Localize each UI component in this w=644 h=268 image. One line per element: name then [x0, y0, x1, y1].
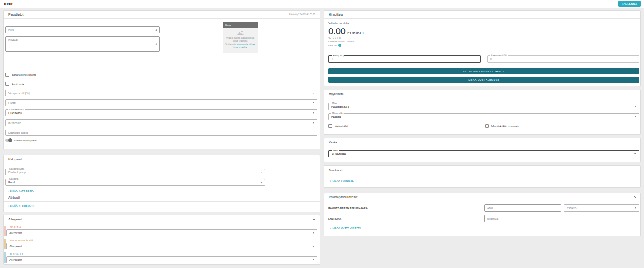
- send-to-kitchen-select[interactable]: Lähetä keittiöön Ei koskaan: [5, 109, 317, 116]
- description-field[interactable]: Ā: [5, 36, 160, 52]
- name-input[interactable]: [8, 28, 157, 31]
- name-field[interactable]: Ā: [5, 26, 160, 33]
- add-attribute-link[interactable]: + LISÄÄ ATTRIBUUTTI: [8, 204, 35, 207]
- dropdown-caret-icon: [635, 106, 636, 107]
- margin-percent-input[interactable]: [490, 58, 636, 61]
- dropdown-caret-icon: [634, 153, 636, 154]
- allergen-contains-select[interactable]: Allergeenit: [6, 229, 317, 236]
- nutrient-unit-select[interactable]: Yksikkö: [564, 204, 639, 212]
- checkbox-icon[interactable]: [5, 73, 9, 77]
- receipt-extra-text-field[interactable]: [5, 130, 317, 136]
- image-placeholder-icon: [237, 30, 244, 35]
- select-value: Ei koskaan: [8, 111, 314, 114]
- add-discount-button[interactable]: LISÄÄ UUSI ALENNUS: [328, 77, 639, 83]
- select-placeholder: Veroprosentti [%]: [8, 92, 314, 95]
- energy-field[interactable]: [484, 215, 639, 222]
- translate-icon[interactable]: Ā: [155, 28, 157, 31]
- dropdown-caret-icon: [313, 102, 314, 103]
- purchase-price-line: Ostohinta: 0.0000 EUR/KPL: [328, 40, 354, 43]
- toggle-switch[interactable]: [5, 139, 12, 142]
- margin-percent-field[interactable]: Kateprosentti [%]: [487, 55, 639, 63]
- toggle-knob: [8, 138, 12, 142]
- checkbox-label: Nettosisältö: [335, 125, 348, 127]
- help-icon[interactable]: ?: [338, 44, 341, 47]
- divider: [4, 201, 320, 202]
- section-title: Perustiedot: [8, 13, 23, 16]
- dropdown-caret-icon: [635, 116, 636, 117]
- image-dropzone[interactable]: Vedä ja pudota ladataksesi tai selaa tie…: [223, 28, 258, 53]
- field-label: Kategoria: [8, 178, 19, 180]
- field-label: Vaaka: [332, 150, 339, 152]
- allergen-not-contains-select[interactable]: Allergeenit: [6, 256, 317, 263]
- toggle-label: Maksuvälinerajoitus: [14, 139, 37, 142]
- allergen-group-label: EI SISÄLLÄ: [10, 253, 24, 255]
- price-input-field[interactable]: Hinta [EUR]: [328, 55, 481, 63]
- deposit-select[interactable]: Pantti: [5, 99, 317, 106]
- dropdown-caret-icon: [313, 259, 314, 260]
- allergeenit-header: Allergeenit: [4, 215, 320, 223]
- margin-text: Kate: - %: [328, 44, 337, 47]
- collapse-icon[interactable]: [633, 196, 636, 198]
- upload-drag-text: Vedä ja pudota ladataksesi tai selaa tie…: [225, 37, 256, 43]
- select-placeholder: Keittiöalue: [8, 122, 314, 125]
- select-value: Ei käytössä: [332, 152, 636, 155]
- price-display: 0.00 EUR/KPL: [328, 27, 365, 35]
- checkbox-row-unit-multiplier[interactable]: Myyntiyksikön monistaja: [485, 124, 519, 128]
- allergen-group-label: SISÄLTÄÄ: [10, 226, 22, 228]
- field-label: Kategoriatyyppi: [8, 168, 24, 170]
- add-tag-link[interactable]: + LISÄÄ TUNNISTE: [330, 180, 354, 182]
- upload-link[interactable]: anna osoite tai hae kuva koneelta: [234, 43, 255, 49]
- payment-restriction-toggle-row[interactable]: Maksuvälinerajoitus: [5, 139, 37, 142]
- card-hinnoittelu: Hinnoittelu Yritystason hinta 0.00 EUR/K…: [324, 10, 641, 86]
- margin-line: Kate: - % ?: [328, 44, 341, 47]
- card-vaaka: Vaaka Vaaka Ei käytössä: [324, 138, 641, 162]
- checkbox-row-open-product[interactable]: Avoin tuote: [5, 82, 24, 86]
- price-input[interactable]: [332, 58, 478, 61]
- add-category-link[interactable]: + LISÄÄ KATEGORIA: [8, 190, 34, 192]
- collapse-icon[interactable]: [312, 218, 316, 220]
- checkbox-label: Sarjanumeroseuranta: [12, 74, 36, 76]
- section-title: Ravintopitoisuustiedot: [329, 196, 358, 199]
- dropdown-caret-icon: [313, 112, 314, 114]
- allergen-group-label: SAATTAA SISÄLTÄÄ: [10, 239, 34, 242]
- card-allergeenit: Allergeenit SISÄLTÄÄ Allergeenit SAATTAA…: [3, 215, 320, 265]
- nutrient-value-field[interactable]: [484, 204, 561, 212]
- checkbox-icon[interactable]: [328, 124, 332, 128]
- allergen-may-contain-select[interactable]: Allergeenit: [6, 243, 317, 249]
- nutrient-value-input[interactable]: [487, 207, 558, 210]
- image-upload-header: Kuva: [223, 22, 258, 28]
- checkbox-icon[interactable]: [485, 124, 489, 128]
- dropdown-caret-icon: [313, 122, 314, 124]
- measure-unit-select[interactable]: Mittayksikkö Kappale: [328, 113, 639, 120]
- scale-select[interactable]: Vaaka Ei käytössä: [328, 150, 639, 157]
- tunnisteet-header: Tunnisteet: [324, 166, 640, 174]
- save-button[interactable]: TALLENNA: [618, 1, 641, 7]
- kitchen-area-select[interactable]: Keittiöalue: [5, 119, 317, 126]
- category-type-select[interactable]: Kategoriatyyppi Product group: [5, 169, 265, 175]
- receipt-extra-text-input[interactable]: [8, 131, 314, 134]
- perustiedot-header: Perustiedot Päivitetty 12.4.2024 9:53:25: [4, 11, 320, 19]
- select-placeholder: Allergeenit: [9, 245, 314, 248]
- set-normal-price-button[interactable]: ASETA UUSI NORMAALIHINTA: [328, 68, 639, 74]
- image-upload-box[interactable]: Kuva Vedä ja pudota ladataksesi tai sela…: [223, 22, 258, 53]
- translate-icon[interactable]: Ā: [155, 42, 157, 45]
- select-value: Kappalemäärä: [331, 105, 636, 108]
- allergen-color-bar: [4, 239, 6, 249]
- category-select[interactable]: Kategoria Food: [5, 179, 265, 186]
- checkbox-icon[interactable]: [5, 82, 9, 86]
- section-title: Hinnoittelu: [329, 13, 343, 16]
- select-placeholder: Pantti: [8, 101, 314, 104]
- add-nutrient-link[interactable]: + LISÄÄ UUTTA AINETTA: [330, 227, 361, 229]
- dropdown-caret-icon: [260, 182, 262, 183]
- measure-select[interactable]: Mitta Kappalemäärä: [328, 103, 639, 110]
- allergen-color-bar: [4, 226, 6, 236]
- description-input[interactable]: [8, 37, 157, 51]
- tax-percent-select[interactable]: Veroprosentti [%]: [5, 90, 317, 96]
- myyntimitta-header: Myyntimitta: [324, 90, 640, 98]
- energy-input[interactable]: [487, 217, 636, 220]
- field-label: Hinta [EUR]: [332, 55, 344, 57]
- checkbox-row-serial[interactable]: Sarjanumeroseuranta: [5, 73, 36, 77]
- checkbox-row-net-content[interactable]: Nettosisältö: [328, 124, 348, 128]
- section-title: Allergeenit: [8, 218, 22, 221]
- section-title: Tunnisteet: [329, 169, 342, 172]
